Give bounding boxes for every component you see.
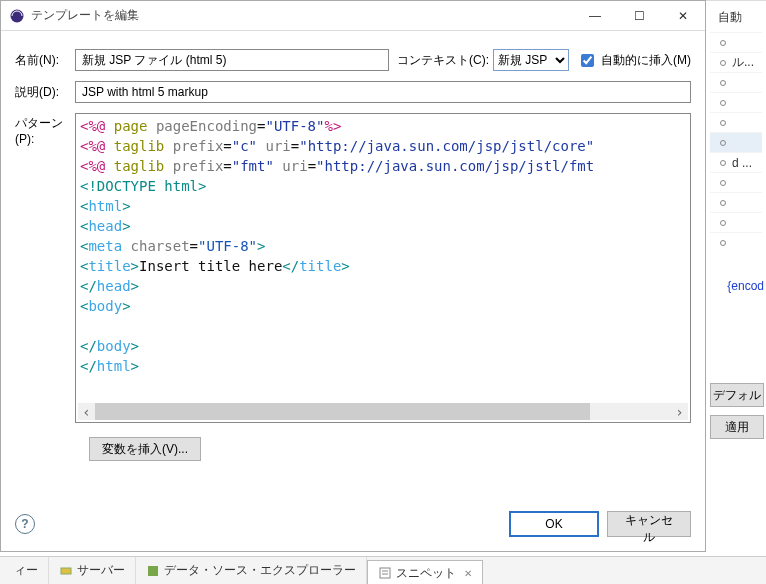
description-row: 説明(D): — [15, 81, 691, 103]
bg-list-item[interactable] — [710, 192, 762, 212]
datasource-icon — [146, 564, 160, 578]
minimize-button[interactable]: — — [573, 1, 617, 31]
background-panel: 自動 ル... d ... {encod デフォル 適用 — [706, 0, 766, 552]
dialog-footer: ? OK キャンセル — [1, 501, 705, 551]
auto-insert-checkbox[interactable]: 自動的に挿入(M) — [577, 51, 691, 70]
name-row: 名前(N): コンテキスト(C): 新規 JSP 自動的に挿入(M) — [15, 49, 691, 71]
scroll-thumb[interactable] — [95, 403, 590, 420]
bg-header: 自動 — [710, 5, 762, 32]
context-select[interactable]: 新規 JSP — [493, 49, 569, 71]
help-icon[interactable]: ? — [15, 514, 35, 534]
bg-list-item[interactable]: ル... — [710, 52, 762, 72]
pattern-textarea[interactable]: <%@ page pageEncoding="UTF-8"%> <%@ tagl… — [75, 113, 691, 423]
pattern-row: パターン(P): <%@ page pageEncoding="UTF-8"%>… — [15, 113, 691, 423]
description-label: 説明(D): — [15, 84, 75, 101]
insert-variable-button[interactable]: 変数を挿入(V)... — [89, 437, 201, 461]
svg-rect-1 — [61, 568, 71, 574]
tab-truncated[interactable]: ィー — [4, 557, 49, 584]
horizontal-scrollbar[interactable]: ‹ › — [78, 403, 688, 420]
encoding-variable-link[interactable]: {encod — [727, 279, 764, 293]
name-input[interactable] — [75, 49, 389, 71]
close-icon[interactable]: ✕ — [464, 568, 472, 579]
svg-rect-3 — [380, 568, 390, 578]
bg-list-item[interactable] — [710, 232, 762, 252]
form-area: 名前(N): コンテキスト(C): 新規 JSP 自動的に挿入(M) 説明(D)… — [1, 31, 705, 467]
bg-list-item[interactable] — [710, 212, 762, 232]
restore-defaults-button[interactable]: デフォル — [710, 383, 764, 407]
bg-list-item[interactable] — [710, 172, 762, 192]
scroll-left-arrow[interactable]: ‹ — [78, 402, 95, 422]
edit-template-dialog: テンプレートを編集 — ☐ ✕ 名前(N): コンテキスト(C): 新規 JSP… — [0, 0, 706, 552]
auto-insert-input[interactable] — [581, 54, 594, 67]
bg-list-item[interactable] — [710, 112, 762, 132]
snippet-icon — [378, 566, 392, 580]
maximize-button[interactable]: ☐ — [617, 1, 661, 31]
context-label: コンテキスト(C): — [397, 52, 489, 69]
pattern-label: パターン(P): — [15, 113, 75, 146]
cancel-button[interactable]: キャンセル — [607, 511, 691, 537]
auto-insert-label: 自動的に挿入(M) — [601, 52, 691, 69]
ok-button[interactable]: OK — [509, 511, 599, 537]
eclipse-icon — [9, 8, 25, 24]
tab-data-source-explorer[interactable]: データ・ソース・エクスプローラー — [136, 557, 367, 584]
apply-button[interactable]: 適用 — [710, 415, 764, 439]
name-label: 名前(N): — [15, 52, 75, 69]
scroll-track[interactable] — [95, 403, 671, 420]
close-button[interactable]: ✕ — [661, 1, 705, 31]
description-input[interactable] — [75, 81, 691, 103]
bg-list-item[interactable] — [710, 132, 762, 152]
titlebar: テンプレートを編集 — ☐ ✕ — [1, 1, 705, 31]
tab-snippets[interactable]: スニペット ✕ — [367, 560, 483, 584]
scroll-right-arrow[interactable]: › — [671, 402, 688, 422]
bg-list-item[interactable]: d ... — [710, 152, 762, 172]
bg-list-item[interactable] — [710, 92, 762, 112]
bottom-tab-strip: ィー サーバー データ・ソース・エクスプローラー スニペット ✕ — [0, 556, 766, 584]
server-icon — [59, 564, 73, 578]
svg-rect-2 — [148, 566, 158, 576]
bg-list-item[interactable] — [710, 32, 762, 52]
dialog-title: テンプレートを編集 — [31, 7, 139, 24]
tab-servers[interactable]: サーバー — [49, 557, 136, 584]
bg-list-item[interactable] — [710, 72, 762, 92]
